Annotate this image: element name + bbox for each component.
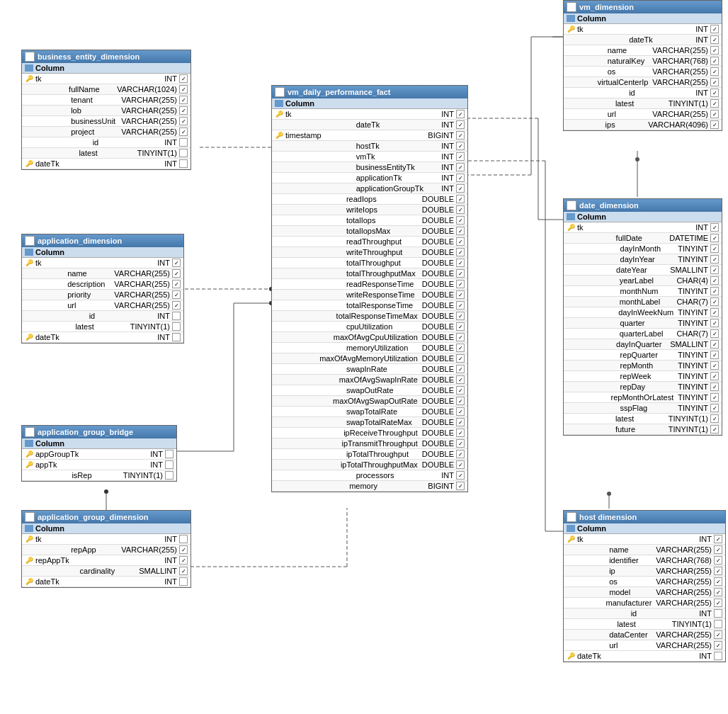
table-row: latest TINYINT(1) [22, 322, 183, 332]
pk-icon: 🔑 [275, 110, 283, 118]
table-row: 🔑 dateTk INT [22, 332, 183, 343]
table-row: repDay TINYINT [564, 382, 722, 392]
column-header: Column [22, 523, 190, 534]
column-header: Column [22, 247, 183, 258]
table-row: model VARCHAR(255) [564, 587, 725, 598]
table-row: cpuUtilization DOUBLE [272, 322, 467, 332]
pk-icon: 🔑 [25, 74, 33, 83]
column-header: Column [272, 98, 467, 109]
col-header-icon [567, 525, 575, 532]
col-header-icon [567, 213, 575, 220]
table-application-group-bridge: application_group_bridge Column 🔑 appGro… [21, 425, 177, 482]
column-header: Column [564, 523, 725, 534]
table-row: 🔑 tk INT [22, 534, 190, 545]
table-row: url VARCHAR(255) [564, 109, 722, 120]
table-row: maxOfAvgMemoryUtilization DOUBLE [272, 353, 467, 364]
col-header-icon [25, 249, 33, 256]
table-row: ipTotalThroughputMax DOUBLE [272, 460, 467, 470]
table-name: application_dimension [38, 237, 122, 245]
table-row: ipReceiveThroughput DOUBLE [272, 428, 467, 438]
table-row: yearLabel CHAR(4) [564, 276, 722, 286]
table-row: writeThroughput DOUBLE [272, 247, 467, 258]
table-row: quarterLabel CHAR(7) [564, 329, 722, 339]
table-row: 🔑 repAppTk INT [22, 555, 190, 566]
pk-icon: 🔑 [275, 131, 283, 140]
pk-icon: 🔑 [25, 556, 33, 565]
table-row: 🔑 timestamp BIGINT [272, 130, 467, 141]
table-icon [25, 427, 35, 437]
table-row: repMonthOrLatest TINYINT [564, 392, 722, 403]
table-row: latest TINYINT(1) [564, 98, 722, 109]
table-row: dayInQuarter SMALLINT [564, 339, 722, 350]
table-row: os VARCHAR(255) [564, 67, 722, 77]
table-row: totalResponseTime DOUBLE [272, 300, 467, 311]
table-row: 🔑 dateTk INT [22, 159, 190, 169]
table-row: ip VARCHAR(255) [564, 566, 725, 577]
svg-point-21 [635, 157, 639, 162]
table-row: 🔑 tk INT [22, 74, 190, 84]
table-name: business_entity_dimension [38, 52, 140, 61]
table-name: vm_dimension [579, 3, 634, 11]
column-header: Column [22, 63, 190, 74]
table-row: readIops DOUBLE [272, 194, 467, 205]
table-row: dateTk INT [272, 120, 467, 130]
table-row: maxOfAvgSwapInRate DOUBLE [272, 375, 467, 385]
pk-icon: 🔑 [567, 25, 575, 33]
table-business-entity-dimension: business_entity_dimension Column 🔑 tk IN… [21, 50, 191, 170]
table-row: latest TINYINT(1) [564, 619, 725, 630]
table-row: writeIops DOUBLE [272, 205, 467, 215]
table-row: dayInYear TINYINT [564, 254, 722, 265]
table-row: description VARCHAR(255) [22, 279, 183, 290]
table-row: id INT [564, 608, 725, 619]
table-name: vm_daily_performance_fact [288, 88, 391, 96]
table-row: isRep TINYINT(1) [22, 470, 176, 481]
table-vm-dimension: vm_dimension Column 🔑 tk INT dateTk INT … [563, 0, 722, 131]
table-row: 🔑 tk INT [564, 534, 725, 545]
table-row: repQuarter TINYINT [564, 350, 722, 361]
table-row: applicationTk INT [272, 173, 467, 183]
table-application-dimension: application_dimension Column 🔑 tk INT na… [21, 234, 184, 344]
table-icon [567, 512, 576, 522]
table-icon [25, 52, 35, 62]
table-row: totalThroughput DOUBLE [272, 258, 467, 268]
table-row: 🔑 appTk INT [22, 460, 176, 470]
table-row: swapTotalRate DOUBLE [272, 407, 467, 417]
table-row: memoryUtilization DOUBLE [272, 343, 467, 353]
table-host-dimension: host dimension Column 🔑 tk INT name VARC… [563, 510, 726, 662]
table-row: swapInRate DOUBLE [272, 364, 467, 375]
table-row: fullDate DATETIME [564, 233, 722, 244]
svg-point-8 [104, 489, 108, 494]
column-header: Column [564, 13, 722, 24]
table-row: fullName VARCHAR(1024) [22, 84, 190, 95]
table-row: applicationGroupTk INT [272, 183, 467, 194]
table-row: 🔑 dateTk INT [564, 651, 725, 662]
table-row: dayInMonth TINYINT [564, 244, 722, 254]
pk-icon: 🔑 [25, 333, 33, 341]
table-row: priority VARCHAR(255) [22, 290, 183, 300]
table-row: businessEntityTk INT [272, 162, 467, 173]
pk-icon: 🔑 [25, 259, 33, 267]
table-row: memory BIGINT [272, 481, 467, 492]
table-icon [275, 87, 285, 97]
table-vm-daily-performance-fact: vm_daily_performance_fact Column 🔑 tk IN… [271, 85, 468, 492]
table-row: id INT [564, 88, 722, 98]
table-row: future TINYINT(1) [564, 424, 722, 435]
table-row: project VARCHAR(255) [22, 127, 190, 137]
table-row: manufacturer VARCHAR(255) [564, 598, 725, 608]
pk-icon: 🔑 [25, 535, 33, 543]
table-row: os VARCHAR(255) [564, 577, 725, 587]
table-row: swapOutRate DOUBLE [272, 385, 467, 396]
table-row: name VARCHAR(255) [564, 45, 722, 56]
table-row: swapTotalRateMax DOUBLE [272, 417, 467, 428]
table-name: date_dimension [579, 201, 639, 210]
pk-icon: 🔑 [25, 159, 33, 168]
table-row: readThroughput DOUBLE [272, 237, 467, 247]
table-row: 🔑 tk INT [22, 258, 183, 268]
pk-icon: 🔑 [25, 460, 33, 469]
table-row: ipTransmitThroughput DOUBLE [272, 438, 467, 449]
pk-icon: 🔑 [567, 223, 575, 232]
table-row: name VARCHAR(255) [22, 268, 183, 279]
table-row: latest TINYINT(1) [22, 148, 190, 159]
table-icon [25, 512, 35, 522]
table-row: id INT [22, 137, 190, 148]
